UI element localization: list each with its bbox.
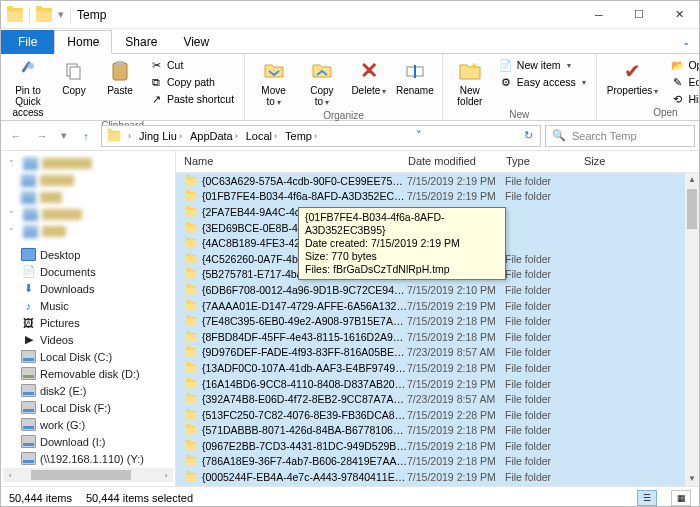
copy-to-button[interactable]: Copy to▾ — [300, 57, 344, 110]
tree-item-net-y[interactable]: (\\192.168.1.110) (Y:) — [3, 450, 173, 467]
tree-item-downloads[interactable]: ⬇Downloads — [3, 280, 173, 297]
view-details-button[interactable]: ☰ — [637, 490, 657, 506]
minimize-button[interactable]: ─ — [579, 1, 619, 29]
tree-item-disk-i[interactable]: Download (I:) — [3, 433, 173, 450]
table-row[interactable]: {01FB7FE4-B034-4f6a-8AFD-A3D352EC3B…7/15… — [176, 189, 699, 205]
breadcrumb-seg[interactable]: Jing Liu› — [135, 130, 186, 142]
pin-to-quick-access-button[interactable]: Pin to Quick access — [7, 57, 49, 120]
music-icon: ♪ — [21, 299, 36, 312]
open-button[interactable]: 📂Open▾ — [666, 57, 700, 73]
view-icons-button[interactable]: ▦ — [671, 490, 691, 506]
properties-button[interactable]: ✔ Properties▾ — [603, 57, 663, 99]
table-row[interactable]: {513FC250-7C82-4076-8E39-FB36DCA89…7/15/… — [176, 407, 699, 423]
table-row[interactable]: {0005244F-EB4A-4e7c-A443-97840411E5…7/15… — [176, 469, 699, 485]
tree-item-music[interactable]: ♪Music — [3, 297, 173, 314]
col-size[interactable]: Size — [576, 151, 699, 172]
history-button[interactable]: ⟲History — [666, 91, 700, 107]
folder-icon — [186, 426, 197, 435]
tree-item-desktop[interactable]: Desktop — [3, 246, 173, 263]
breadcrumb-seg[interactable]: AppData› — [186, 130, 242, 142]
cut-button[interactable]: ✂Cut — [145, 57, 238, 73]
table-row[interactable]: {8FBD84DF-45FF-4e43-8115-1616D2A956…7/15… — [176, 329, 699, 345]
addr-dropdown-icon[interactable]: ˅ — [409, 129, 429, 142]
table-row[interactable]: {13ADF0C0-107A-41db-AAF3-E4BF9749…7/15/2… — [176, 360, 699, 376]
tab-home[interactable]: Home — [54, 30, 112, 54]
tree-horizontal-scrollbar[interactable]: ‹› — [3, 468, 173, 482]
rename-icon — [403, 59, 427, 83]
tree-item-disk-g[interactable]: work (G:) — [3, 416, 173, 433]
desktop-icon — [21, 248, 36, 261]
disk-icon — [21, 350, 36, 363]
table-row[interactable]: {571DABBB-8071-426d-84BA-B6778106…7/15/2… — [176, 423, 699, 439]
ribbon: Pin to Quick access Copy Paste ✂Cut ⧉Cop… — [1, 53, 699, 121]
table-row[interactable]: {7E48C395-6EB0-49e2-A908-97B15E7A94…7/15… — [176, 313, 699, 329]
copy-button[interactable]: Copy — [53, 57, 95, 98]
scissors-icon: ✂ — [149, 58, 163, 72]
history-icon: ⟲ — [670, 92, 684, 106]
table-row[interactable]: {9D976DEF-FADE-4f93-83FF-816A05BE48…7/23… — [176, 345, 699, 361]
addr-folder-icon — [108, 130, 121, 141]
tree-item[interactable] — [3, 189, 173, 206]
tree-item-disk-c[interactable]: Local Disk (C:) — [3, 348, 173, 365]
table-row[interactable]: {8534E6EE-44B6-454e-AAA6-A1817DDE10…7/15… — [176, 485, 699, 486]
svg-rect-3 — [70, 67, 80, 79]
search-input[interactable]: 🔍 Search Temp — [545, 125, 695, 147]
tree-item[interactable]: ˅ — [3, 206, 173, 223]
table-row[interactable]: {6DB6F708-0012-4a96-9D1B-9C72CE94EB…7/15… — [176, 282, 699, 298]
rename-button[interactable]: Rename — [394, 57, 436, 98]
downloads-icon: ⬇ — [21, 282, 36, 295]
address-bar[interactable]: › Jing Liu› AppData› Local› Temp› ˅ ↻ — [101, 125, 541, 147]
tree-item-documents[interactable]: 📄Documents — [3, 263, 173, 280]
edit-button[interactable]: ✎Edit — [666, 74, 700, 90]
blurred-icon — [23, 157, 38, 170]
tab-file[interactable]: File — [1, 30, 54, 54]
net-disk-icon — [21, 452, 36, 465]
easy-access-button[interactable]: ⚙Easy access▾ — [495, 74, 590, 90]
column-headers: Name Date modified Type Size — [176, 151, 699, 173]
folder-icon — [186, 192, 197, 201]
table-row[interactable]: {0967E2BB-7CD3-4431-81DC-949D529B5…7/15/… — [176, 438, 699, 454]
col-name[interactable]: Name — [176, 151, 400, 172]
folder-icon — [36, 8, 52, 22]
forward-button[interactable]: → — [31, 125, 53, 147]
ribbon-group-open: ✔ Properties▾ 📂Open▾ ✎Edit ⟲History Open — [597, 54, 700, 120]
col-date[interactable]: Date modified — [400, 151, 498, 172]
ribbon-collapse-icon[interactable]: ˆ — [673, 41, 699, 53]
table-row[interactable]: {786A18E9-36F7-4ab7-B606-28419E7AAE…7/15… — [176, 454, 699, 470]
tree-item[interactable]: ˅ — [3, 223, 173, 240]
tree-item-disk-f[interactable]: Local Disk (F:) — [3, 399, 173, 416]
delete-button[interactable]: ✕ Delete▾ — [348, 57, 390, 99]
table-row[interactable]: {16A14BD6-9CC8-4110-8408-D837AB200…7/15/… — [176, 376, 699, 392]
move-to-button[interactable]: Move to▾ — [251, 57, 296, 110]
new-item-button[interactable]: 📄New item▾ — [495, 57, 590, 73]
table-row[interactable]: {7AAAA01E-D147-4729-AFFE-6A56A13233…7/15… — [176, 298, 699, 314]
new-folder-button[interactable]: New folder — [449, 57, 491, 109]
recent-button[interactable]: ▾ — [57, 125, 71, 147]
up-button[interactable]: ↑ — [75, 125, 97, 147]
paste-shortcut-button[interactable]: ↗Paste shortcut — [145, 91, 238, 107]
maximize-button[interactable]: ☐ — [619, 1, 659, 29]
copy-path-button[interactable]: ⧉Copy path — [145, 74, 238, 90]
col-type[interactable]: Type — [498, 151, 576, 172]
tree-item-videos[interactable]: ▶Videos — [3, 331, 173, 348]
breadcrumb-seg[interactable]: Local› — [242, 130, 281, 142]
tree-item-disk-d[interactable]: Removable disk (D:) — [3, 365, 173, 382]
status-selected: 50,444 items selected — [86, 492, 193, 504]
search-icon: 🔍 — [552, 129, 566, 142]
close-button[interactable]: ✕ — [659, 1, 699, 29]
tree-item[interactable] — [3, 172, 173, 189]
paste-button[interactable]: Paste — [99, 57, 141, 98]
refresh-icon[interactable]: ↻ — [518, 129, 538, 142]
delete-icon: ✕ — [357, 59, 381, 83]
table-row[interactable]: {0C63A629-575A-4cdb-90F0-CE99EE7562…7/15… — [176, 173, 699, 189]
breadcrumb-seg[interactable]: Temp› — [281, 130, 321, 142]
tree-item-disk-e[interactable]: disk2 (E:) — [3, 382, 173, 399]
tree-item[interactable]: ˅ — [3, 155, 173, 172]
table-row[interactable]: {392A74B8-E06D-4f72-8EB2-9CC87A7AC…7/23/… — [176, 391, 699, 407]
blurred-icon — [23, 208, 38, 221]
tab-share[interactable]: Share — [112, 30, 170, 54]
back-button[interactable]: ← — [5, 125, 27, 147]
tree-item-pictures[interactable]: 🖼Pictures — [3, 314, 173, 331]
tab-view[interactable]: View — [170, 30, 222, 54]
vertical-scrollbar[interactable]: ▲ ▼ — [685, 173, 699, 486]
